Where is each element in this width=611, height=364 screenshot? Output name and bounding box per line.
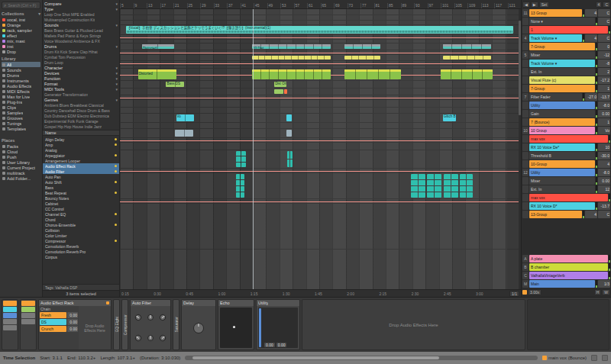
clip[interactable] xyxy=(236,174,245,198)
filter-row[interactable]: Multisampled Construction Kit xyxy=(44,17,118,22)
automation-line[interactable] xyxy=(120,53,521,53)
value-box[interactable]: -8 xyxy=(598,60,610,67)
automation-line[interactable] xyxy=(120,171,521,172)
clip[interactable]: 03 Dist xyxy=(252,44,330,49)
knob-device[interactable]: Delay xyxy=(181,299,216,350)
value-box[interactable]: 4 xyxy=(598,160,610,168)
browser-device-item[interactable]: Auto Pan xyxy=(43,174,119,179)
browser-device-item[interactable]: Bass xyxy=(43,185,119,190)
browser-device-item[interactable]: CC Control xyxy=(43,206,119,211)
mixer-track-row[interactable]: max vox xyxy=(522,194,610,201)
selected-clip-indicator[interactable]: main vox (Bounce) xyxy=(542,356,587,360)
filter-row[interactable]: Ambient Blues Breakbeat Classical xyxy=(44,102,118,108)
mixer-track-row[interactable]: RX 10 Voice D*-13.7 xyxy=(522,202,610,210)
value-box[interactable]: C xyxy=(598,34,610,42)
library-item[interactable]: Tunings xyxy=(2,121,40,126)
browser-device-item[interactable]: Auto Shift xyxy=(43,179,119,185)
knob-device[interactable]: Auto Filter xyxy=(130,299,171,350)
mixer-track-row[interactable]: 1010 GroupVo xyxy=(522,127,610,134)
mixer-track-row[interactable]: None ▾C xyxy=(522,18,610,25)
folded-device[interactable]: Compressor xyxy=(121,299,128,350)
library-item[interactable]: Drums xyxy=(2,72,40,78)
filter-row[interactable]: Format▾ xyxy=(44,81,118,86)
mixer-track-row[interactable]: RX 10 Voice De*10 xyxy=(522,143,610,151)
library-item[interactable]: Instruments xyxy=(2,78,40,83)
automation-line[interactable] xyxy=(120,37,521,38)
value-box[interactable]: 10 xyxy=(598,143,610,151)
browser-device-item[interactable]: Analog xyxy=(43,147,119,153)
device-title-bar[interactable]: Audio Effect Rack xyxy=(39,300,111,306)
time-signature-box[interactable]: 4 xyxy=(596,2,603,8)
automation-line[interactable] xyxy=(120,63,521,64)
folded-device[interactable]: EQ Eight xyxy=(113,299,120,350)
filter-row[interactable]: Character▾ xyxy=(44,65,118,70)
filter-row[interactable]: Mallets Pad Piano & Keys Strings xyxy=(44,33,118,38)
mixer-track-row[interactable]: BB chamber xyxy=(522,263,610,271)
mixer-track-row[interactable]: max vox xyxy=(522,135,610,143)
filter-row[interactable]: Loop One Shot MPE Enabled xyxy=(44,11,118,17)
device-on-toggle[interactable] xyxy=(106,301,109,304)
browser-device-item[interactable]: Cabinet xyxy=(43,201,119,206)
filter-row[interactable]: Country Dancehall Disco Drum & Bass xyxy=(44,108,118,113)
clip[interactable] xyxy=(252,56,330,60)
browser-device-item[interactable]: Bouncy Notes xyxy=(43,195,119,201)
clip[interactable] xyxy=(344,56,380,60)
filter-row[interactable]: Sounds▾ xyxy=(44,22,118,27)
places-item[interactable]: Current Project xyxy=(2,165,40,170)
clip[interactable] xyxy=(411,174,425,198)
search-input[interactable] xyxy=(8,3,38,8)
mixer-track-row[interactable]: MMain1/3 xyxy=(522,280,610,288)
value-box[interactable]: 12 xyxy=(598,185,610,193)
browser-device-item[interactable]: Corpus xyxy=(43,254,119,259)
automation-line[interactable] xyxy=(120,201,521,202)
clip[interactable] xyxy=(444,174,458,198)
browser-device-item[interactable]: Beat Repeat xyxy=(43,190,119,195)
key-box[interactable]: C xyxy=(603,2,610,8)
filter-row[interactable]: Drum Loop xyxy=(44,60,118,65)
scrollbar-thumb[interactable] xyxy=(519,21,521,116)
library-item[interactable]: All xyxy=(2,62,40,67)
value-box[interactable]: C xyxy=(598,9,610,17)
filter-row[interactable]: Type▾ xyxy=(44,6,118,11)
folded-rack-device[interactable] xyxy=(2,299,18,350)
playhead[interactable] xyxy=(253,9,254,289)
device-title-bar[interactable]: Auto Filter xyxy=(131,300,170,306)
zoom-height-button[interactable]: H xyxy=(594,289,602,295)
collections-header[interactable]: Collections ▾ xyxy=(2,11,40,16)
places-item[interactable]: Push xyxy=(2,154,40,159)
clip[interactable] xyxy=(344,69,401,79)
clip[interactable]: Glitch B xyxy=(443,114,457,121)
gain-slider[interactable] xyxy=(259,308,261,347)
clip[interactable]: Vo xyxy=(176,114,195,121)
value-box[interactable]: -13.7 xyxy=(598,202,610,210)
mixer-track-row[interactable]: 10-Group4 xyxy=(522,160,610,168)
mixer-track-row[interactable]: 7 (Bounce)1 xyxy=(522,118,610,126)
clip[interactable] xyxy=(236,151,247,167)
value-box[interactable]: -30.0 xyxy=(598,152,610,159)
library-item[interactable]: Audio Effects xyxy=(2,83,40,89)
collection-item[interactable]: rack, sampler xyxy=(2,27,40,33)
browser-device-item[interactable]: Chorus-Ensemble xyxy=(43,222,119,227)
places-item[interactable]: multitrack xyxy=(2,170,40,176)
filter-row[interactable]: Function▾ xyxy=(44,76,118,81)
filter-row[interactable]: Drum Kit Kick Snare Clap Hihat xyxy=(44,49,118,54)
clip[interactable] xyxy=(427,174,441,198)
rack-chain[interactable]: DS0.00 xyxy=(40,319,78,325)
filter-row[interactable]: Compare▾ xyxy=(44,1,118,6)
library-item[interactable]: Plug-Ins xyxy=(2,99,40,105)
clip[interactable]: Distorted xyxy=(138,69,176,79)
knob[interactable] xyxy=(147,314,154,321)
prev-locator-button[interactable]: ◀ xyxy=(522,2,530,8)
clip[interactable] xyxy=(441,69,493,79)
mixer-track-row[interactable]: Gain0.00 xyxy=(522,110,610,118)
value-box[interactable]: C xyxy=(598,211,610,218)
grid-setting[interactable]: 1/1 xyxy=(509,291,519,297)
clip[interactable]: 【Vocal】手拍車 ディスカッションと装飾とケリでうまくいく!?【弾き語り】(… xyxy=(126,26,513,34)
bar-ruler[interactable]: 5913172125293337414549535761656973778185… xyxy=(120,0,521,9)
xy-device[interactable]: Echo xyxy=(218,299,254,350)
value-box[interactable]: 0.00 xyxy=(67,326,78,332)
browser-device-item[interactable]: Convolution Reverb Pro xyxy=(43,249,119,254)
filter-row[interactable]: Genres▾ xyxy=(44,97,118,102)
value-box[interactable]: 0 xyxy=(598,43,610,50)
browser-device-item[interactable]: Audio Filter xyxy=(43,169,119,174)
